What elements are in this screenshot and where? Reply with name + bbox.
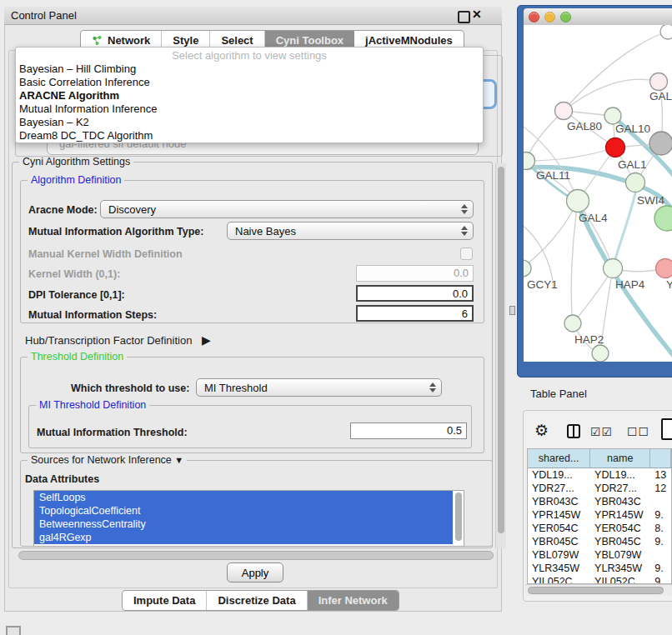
data-attribute-item[interactable]: BetweennessCentrality (34, 518, 453, 531)
data-attribute-item[interactable]: TopologicalCoefficient (34, 504, 453, 518)
columns-icon[interactable] (567, 424, 580, 438)
data-attributes-label: Data Attributes (25, 473, 99, 485)
network-edge[interactable] (571, 201, 578, 323)
network-node-label: GAL80 (567, 120, 602, 132)
mac-close-light[interactable] (529, 12, 539, 22)
tab-impute-data[interactable]: Impute Data (123, 591, 207, 610)
network-node[interactable] (564, 315, 581, 332)
corner-widget[interactable] (6, 626, 21, 635)
network-node[interactable] (524, 260, 531, 277)
table-row[interactable]: YBR045CYBR045C9. (528, 535, 671, 548)
network-node[interactable] (604, 108, 621, 124)
table-cell: YER054C (590, 522, 650, 535)
tab-infer-network[interactable]: Infer Network (308, 591, 399, 610)
algorithm-option[interactable]: ARACNE Algorithm (16, 89, 483, 102)
settings-vertical-scrollbar[interactable] (495, 163, 506, 548)
network-node[interactable] (567, 190, 589, 212)
network-node[interactable] (649, 132, 672, 155)
table-row[interactable]: YLR345WYLR345W9. (528, 562, 671, 575)
network-node[interactable] (555, 102, 573, 120)
apply-button[interactable]: Apply (227, 562, 283, 582)
table-cell: 8. (650, 522, 671, 535)
network-canvas[interactable]: GALGAL80GAL10GAL1GAL11SWI4GAL4GCY1HAP4YH… (524, 25, 672, 362)
algorithm-dropdown-hint: Select algorithm to view settings (16, 48, 483, 62)
table-cell: YIL052C (528, 575, 590, 584)
table-horizontal-scrollbar[interactable] (525, 584, 672, 596)
deselect-all-checkboxes-icon[interactable]: ☐☐ (627, 425, 649, 438)
document-icon[interactable] (661, 418, 672, 440)
tab-label: Discretize Data (218, 594, 295, 607)
algorithm-option[interactable]: Mutual Information Inference (16, 102, 483, 116)
network-edge[interactable] (614, 187, 637, 267)
network-node[interactable] (592, 345, 609, 362)
table-cell: YBR043C (590, 495, 650, 508)
mi-steps-input[interactable]: 6 (356, 305, 474, 322)
data-attribute-item[interactable]: gal4RGexp (34, 531, 453, 544)
hub-definition-toggle[interactable]: Hub/Transcription Factor Definition ▶ (25, 333, 211, 347)
sources-title-text: Sources for Network Inference (31, 454, 172, 466)
data-attribute-item[interactable]: SelfLoops (34, 491, 453, 504)
table-row[interactable]: YBL079WYBL079W (528, 548, 671, 562)
table-column-header[interactable] (650, 449, 671, 468)
algorithm-option[interactable]: Bayesian – Hill Climbing (16, 62, 483, 76)
table-row[interactable]: YDL19...YDL19...13 (528, 468, 671, 482)
table-cell: YDR27... (528, 482, 590, 495)
network-node-label: GCY1 (527, 278, 558, 291)
hub-definition-label: Hub/Transcription Factor Definition (25, 334, 192, 347)
mi-threshold-group-title: MI Threshold Definition (36, 399, 149, 411)
table-cell: 12 (650, 482, 671, 495)
gear-icon[interactable]: ⚙ (534, 421, 549, 440)
sources-group-title[interactable]: Sources for Network Inference ▼ (28, 454, 187, 466)
table-cell: YBR043C (528, 495, 590, 508)
network-node[interactable] (650, 73, 668, 91)
network-node[interactable] (606, 138, 625, 158)
tab-discretize-data[interactable]: Discretize Data (207, 591, 307, 610)
which-threshold-value: MI Threshold (197, 382, 427, 394)
stepper-icon (459, 226, 473, 236)
table-row[interactable]: YBR043CYBR043C (528, 495, 671, 508)
aracne-mode-value: Discovery (101, 203, 459, 216)
network-edge[interactable] (573, 268, 613, 323)
network-node[interactable] (626, 173, 645, 192)
panel-splitter[interactable] (506, 0, 517, 635)
mac-zoom-light[interactable] (560, 12, 571, 22)
algorithm-option[interactable]: Dream8 DC_TDC Algorithm (16, 129, 483, 142)
mi-algorithm-type-combo[interactable]: Naive Bayes (227, 222, 474, 240)
table-header-row: shared...name (528, 449, 671, 468)
table-cell: YDL19... (590, 468, 650, 482)
splitter-grip[interactable] (509, 306, 515, 315)
table-column-header[interactable]: name (590, 449, 650, 468)
table-row[interactable]: YPR145WYPR145W9. (528, 508, 671, 522)
network-edge[interactable] (526, 148, 615, 161)
algorithm-option[interactable]: Basic Correlation Inference (16, 76, 483, 89)
close-icon[interactable]: ✕ (472, 8, 482, 21)
dpi-tolerance-label: DPI Tolerance [0,1]: (28, 289, 125, 301)
network-node[interactable] (654, 206, 672, 231)
float-window-icon[interactable] (458, 11, 470, 23)
data-attributes-list: SelfLoopsTopologicalCoefficientBetweenne… (33, 490, 464, 547)
table-row[interactable]: YER054CYER054C8. (528, 522, 671, 535)
dpi-tolerance-input[interactable]: 0.0 (356, 285, 474, 302)
network-edge[interactable] (526, 111, 564, 161)
manual-kernel-width-checkbox[interactable] (460, 248, 473, 260)
table-row[interactable]: YDR27...YDR27...12 (528, 482, 671, 495)
table-scrollbar-thumb[interactable] (528, 587, 664, 594)
table-cell: YIL052C (590, 575, 650, 584)
algorithm-option[interactable]: Bayesian – K2 (16, 116, 483, 129)
network-node[interactable] (656, 259, 672, 278)
kernel-width-input[interactable]: 0.0 (356, 265, 474, 282)
network-node[interactable] (660, 25, 672, 39)
select-all-checkboxes-icon[interactable]: ☑☑ (590, 425, 613, 438)
network-node-label: Y (666, 278, 672, 291)
table-column-header[interactable]: shared... (528, 449, 590, 468)
table-row[interactable]: YIL052CYIL052C9. (528, 575, 671, 584)
mac-minimize-light[interactable] (544, 12, 555, 22)
control-panel-titlebar: Control Panel (4, 7, 502, 25)
which-threshold-combo[interactable]: MI Threshold (196, 378, 442, 397)
mi-threshold-input[interactable]: 0.5 (350, 422, 467, 439)
algorithm-dropdown-list: Select algorithm to view settings Bayesi… (15, 47, 484, 143)
aracne-mode-combo[interactable]: Discovery (100, 200, 474, 218)
settings-horizontal-scrollbar[interactable] (18, 551, 494, 560)
network-node[interactable] (604, 259, 623, 278)
list-scrollbar-thumb[interactable] (455, 492, 462, 541)
